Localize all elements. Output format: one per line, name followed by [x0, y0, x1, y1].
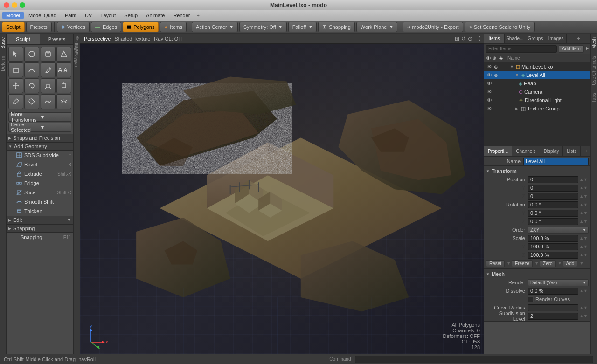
pos-z-value[interactable]: 0 — [528, 193, 578, 200]
tool-smooth-shift[interactable]: Smooth Shift — [7, 197, 73, 206]
menu-model[interactable]: Model — [2, 12, 24, 19]
viewport-icon-camera[interactable]: ⊙ — [468, 35, 472, 42]
menu-animate[interactable]: Animate — [142, 12, 168, 19]
snapping-button[interactable]: ⊞ Snapping — [318, 22, 355, 32]
zero-button[interactable]: Zero — [540, 260, 556, 267]
name-value[interactable]: Level All — [523, 158, 589, 165]
curve-radius-stepper[interactable]: ▲▼ — [578, 305, 589, 310]
left-vtab-deform[interactable]: Deform — [0, 52, 6, 75]
viewport-icon-refresh[interactable]: ↺ — [461, 35, 466, 42]
tool-bevel[interactable]: Bevel B — [7, 160, 73, 169]
falloff-button[interactable]: Falloff ▼ — [288, 22, 317, 32]
scale-y-stepper[interactable]: ▲▼ — [578, 244, 589, 249]
viewport-canvas[interactable]: Y X Z All Polygons Channels: 0 Deformers… — [80, 44, 484, 354]
dissolve-value[interactable]: 0.0 % — [528, 288, 578, 295]
reset-button[interactable]: Reset — [486, 260, 505, 267]
tab-shade[interactable]: Shade... — [505, 34, 525, 43]
tree-row-levelall[interactable]: 👁 ⊕ ▼ ◈ Level All — [484, 71, 590, 79]
polygon-vtab[interactable]: Polygon — [72, 51, 80, 68]
vertices-button[interactable]: ◆ Vertices — [57, 22, 90, 32]
add-item-button[interactable]: Add Item — [559, 45, 584, 53]
rot-z-stepper[interactable]: ▲▼ — [578, 219, 589, 224]
center-selected-dropdown[interactable]: Center Selected ▼ — [8, 123, 71, 132]
symmetry-button[interactable]: Symmetry: Off ▼ — [239, 22, 287, 32]
more-transforms-dropdown[interactable]: More Transforms ▼ — [8, 112, 71, 122]
modo2unity-button[interactable]: ⇒ modo2Unity - Export — [403, 22, 463, 32]
scale-x-stepper[interactable]: ▲▼ — [578, 236, 589, 240]
tree-row-texgroup[interactable]: 👁 ▶ ◫ Texture Group — [484, 104, 590, 113]
pos-y-stepper[interactable]: ▲▼ — [578, 185, 589, 190]
vis-heap[interactable]: 👁 — [486, 80, 493, 87]
tool-curve[interactable] — [24, 62, 39, 77]
close-button[interactable] — [4, 2, 9, 8]
vis-texgroup[interactable]: 👁 — [486, 105, 493, 112]
expand-texgroup[interactable]: ▶ — [515, 106, 520, 111]
scale-y-value[interactable]: 100.0 % — [528, 243, 578, 250]
tab-properties[interactable]: Properti... — [484, 146, 512, 156]
tool-move[interactable] — [8, 78, 23, 93]
presets-button[interactable]: Presets — [26, 22, 52, 32]
vis-levelall[interactable]: 👁 — [486, 72, 493, 78]
viewport-icon-grid[interactable]: ⊞ — [455, 35, 459, 42]
reset-arrow[interactable]: ▼ — [507, 261, 511, 266]
filter-extra[interactable]: F — [586, 46, 589, 51]
tab-channels[interactable]: Channels — [512, 146, 540, 156]
tool-select[interactable] — [8, 47, 23, 62]
left-vtab-basic[interactable]: Basic — [0, 34, 6, 52]
tree-row-dirlight[interactable]: 👁 ☀ Directional Light — [484, 96, 590, 104]
pos-z-stepper[interactable]: ▲▼ — [578, 194, 589, 199]
tool-extrude[interactable]: Extrude Shift-X — [7, 169, 73, 179]
tool-text[interactable]: A A — [56, 62, 71, 77]
rvt-use-channels[interactable]: Use Channels — [591, 52, 597, 89]
filter-input[interactable] — [486, 45, 557, 53]
maximize-button[interactable] — [20, 2, 25, 8]
expand-mainlevel[interactable]: ▼ — [510, 64, 514, 69]
edges-button[interactable]: — Edges — [91, 22, 121, 32]
tool-paint[interactable] — [8, 94, 23, 109]
zero-arrow[interactable]: ▼ — [558, 261, 562, 266]
tool-plane[interactable] — [8, 62, 23, 77]
scale-z-value[interactable]: 100.0 % — [528, 252, 578, 259]
tool-smooth[interactable] — [41, 94, 56, 109]
snapping-item[interactable]: Snapping F11 — [7, 233, 73, 242]
rvt-tabs[interactable]: Tabs — [591, 89, 597, 106]
tab-display[interactable]: Display — [540, 146, 563, 156]
tab-groups[interactable]: Groups — [525, 34, 546, 43]
tool-mirror[interactable] — [56, 94, 71, 109]
tool-fill[interactable] — [24, 94, 39, 109]
sculpt-button[interactable]: Sculpt — [2, 22, 25, 32]
set-scene-scale-button[interactable]: ⟲ Set Scene Scale to Unity — [465, 22, 535, 32]
tool-sds-subdivide[interactable]: SDS Subdivide □ — [7, 151, 73, 160]
freeze-button[interactable]: Freeze — [512, 260, 533, 267]
window-controls[interactable] — [4, 2, 25, 8]
menu-paint[interactable]: Paint — [61, 12, 80, 19]
tool-thicken[interactable]: Thicken — [7, 206, 73, 216]
presets-tab[interactable]: Presets — [40, 34, 73, 44]
tool-cylinder[interactable] — [41, 47, 56, 62]
tool-slice[interactable]: Slice Shift-C — [7, 188, 73, 197]
tool-sphere[interactable] — [24, 47, 39, 62]
tree-row-heap[interactable]: 👁 ◈ Heap — [484, 79, 590, 88]
pos-y-value[interactable]: 0 — [528, 185, 578, 192]
minimize-button[interactable] — [12, 2, 17, 8]
order-dropdown[interactable]: ZXY ▼ — [528, 227, 589, 234]
rot-z-value[interactable]: 0.0 ° — [528, 218, 578, 225]
tree-row-camera[interactable]: 👁 ⊙ Camera — [484, 88, 590, 96]
curve-radius-value[interactable] — [528, 304, 578, 311]
rot-y-value[interactable]: 0.0 ° — [528, 210, 578, 217]
menu-plus[interactable]: + — [194, 12, 201, 19]
tab-lists[interactable]: Lists — [563, 146, 581, 156]
pos-x-value[interactable]: 0 — [528, 176, 578, 183]
vis-camera[interactable]: 👁 — [486, 89, 493, 95]
scale-z-stepper[interactable]: ▲▼ — [578, 253, 589, 257]
subdiv-value[interactable]: 2 — [528, 313, 578, 320]
menu-model-quad[interactable]: Model Quad — [25, 12, 60, 19]
tab-props-plus[interactable]: + — [583, 146, 590, 156]
tool-scale[interactable] — [41, 78, 56, 93]
menu-setup[interactable]: Setup — [120, 12, 141, 19]
items-button[interactable]: ● Items — [160, 22, 187, 32]
menu-layout[interactable]: Layout — [97, 12, 119, 19]
vis-mainlevel[interactable]: 👁 — [486, 63, 493, 70]
tool-cone[interactable] — [56, 47, 71, 62]
render-curves-checkbox[interactable] — [528, 296, 534, 302]
